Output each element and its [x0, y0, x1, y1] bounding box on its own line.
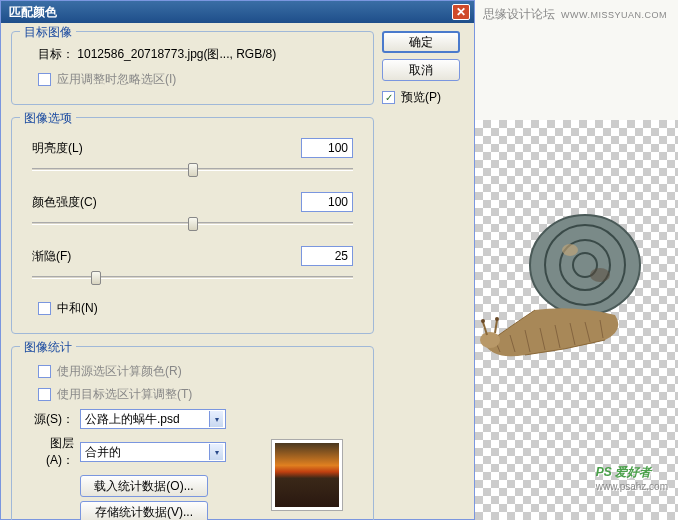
use-target-selection-label: 使用目标选区计算调整(T)	[57, 386, 192, 403]
source-thumbnail	[271, 439, 343, 511]
color-intensity-label: 颜色强度(C)	[32, 194, 97, 211]
match-color-dialog: 匹配颜色 ✕ 目标图像 目标： 1012586_20718773.jpg(图..…	[0, 0, 475, 520]
target-image-fieldset: 目标图像 目标： 1012586_20718773.jpg(图..., RGB/…	[11, 31, 374, 105]
right-column: 确定 取消 ✓ 预览(P)	[374, 31, 464, 520]
source-value: 公路上的蜗牛.psd	[85, 411, 180, 428]
svg-line-13	[495, 320, 497, 333]
svg-point-15	[495, 317, 499, 321]
slider-thumb[interactable]	[91, 271, 101, 285]
svg-point-0	[530, 215, 640, 315]
image-stats-fieldset: 图像统计 使用源选区计算颜色(R) 使用目标选区计算调整(T) 源(S)：	[11, 346, 374, 520]
neutralize-row[interactable]: 中和(N)	[38, 300, 361, 317]
snail-image	[475, 180, 655, 380]
layer-select[interactable]: 合并的 ▾	[80, 442, 226, 462]
ok-button[interactable]: 确定	[382, 31, 460, 53]
titlebar[interactable]: 匹配颜色 ✕	[1, 1, 474, 23]
svg-point-14	[481, 319, 485, 323]
target-image-legend: 目标图像	[20, 24, 76, 41]
target-line: 目标： 1012586_20718773.jpg(图..., RGB/8)	[38, 46, 361, 63]
close-button[interactable]: ✕	[452, 4, 470, 20]
fade-slider[interactable]	[32, 270, 353, 286]
image-stats-legend: 图像统计	[20, 339, 76, 356]
watermark-bottom-url: www.psahz.com	[596, 481, 668, 492]
luminance-group: 明亮度(L)	[32, 138, 353, 178]
preview-label: 预览(P)	[401, 89, 441, 106]
save-stats-button[interactable]: 存储统计数据(V)...	[80, 501, 208, 520]
dialog-title: 匹配颜色	[5, 4, 57, 21]
svg-line-12	[483, 322, 487, 335]
ignore-selection-row: 应用调整时忽略选区(I)	[38, 71, 361, 88]
luminance-slider[interactable]	[32, 162, 353, 178]
chevron-down-icon: ▾	[209, 444, 223, 460]
thumbnail-image	[275, 443, 339, 507]
ignore-selection-checkbox	[38, 73, 51, 86]
fade-input[interactable]	[301, 246, 353, 266]
slider-thumb[interactable]	[188, 163, 198, 177]
color-intensity-slider[interactable]	[32, 216, 353, 232]
canvas-transparent-area: PS 爱好者 www.psahz.com	[475, 120, 678, 520]
watermark-top-text: 思缘设计论坛	[483, 6, 555, 23]
luminance-label: 明亮度(L)	[32, 140, 83, 157]
use-source-selection-checkbox	[38, 365, 51, 378]
dialog-content: 目标图像 目标： 1012586_20718773.jpg(图..., RGB/…	[1, 23, 474, 520]
source-row: 源(S)： 公路上的蜗牛.psd ▾	[24, 409, 361, 429]
layer-label: 图层(A)：	[24, 435, 74, 469]
svg-point-1	[562, 244, 578, 256]
watermark-brand: PS 爱好者	[596, 465, 651, 479]
target-label: 目标：	[38, 47, 74, 61]
watermark-top-url: WWW.MISSYUAN.COM	[561, 10, 667, 20]
use-source-selection-row: 使用源选区计算颜色(R)	[38, 363, 361, 380]
source-label: 源(S)：	[24, 411, 74, 428]
svg-point-2	[590, 268, 610, 282]
image-options-fieldset: 图像选项 明亮度(L) 颜色强度(C)	[11, 117, 374, 334]
watermark-bottom: PS 爱好者 www.psahz.com	[596, 460, 668, 492]
slider-track	[32, 276, 353, 279]
ignore-selection-label: 应用调整时忽略选区(I)	[57, 71, 176, 88]
left-column: 目标图像 目标： 1012586_20718773.jpg(图..., RGB/…	[11, 31, 374, 520]
preview-checkbox[interactable]: ✓	[382, 91, 395, 104]
preview-row[interactable]: ✓ 预览(P)	[382, 89, 464, 106]
close-icon: ✕	[456, 5, 466, 19]
load-stats-button[interactable]: 载入统计数据(O)...	[80, 475, 208, 497]
target-value: 1012586_20718773.jpg(图..., RGB/8)	[77, 47, 276, 61]
color-intensity-input[interactable]	[301, 192, 353, 212]
color-intensity-group: 颜色强度(C)	[32, 192, 353, 232]
layer-value: 合并的	[85, 444, 121, 461]
neutralize-label: 中和(N)	[57, 300, 98, 317]
chevron-down-icon: ▾	[209, 411, 223, 427]
use-target-selection-checkbox	[38, 388, 51, 401]
slider-thumb[interactable]	[188, 217, 198, 231]
use-target-selection-row: 使用目标选区计算调整(T)	[38, 386, 361, 403]
background-panel: 思缘设计论坛 WWW.MISSYUAN.COM PS 爱好者	[475, 0, 678, 520]
fade-group: 渐隐(F)	[32, 246, 353, 286]
watermark-top: 思缘设计论坛 WWW.MISSYUAN.COM	[483, 6, 667, 23]
fade-label: 渐隐(F)	[32, 248, 71, 265]
svg-point-11	[480, 332, 500, 348]
source-select[interactable]: 公路上的蜗牛.psd ▾	[80, 409, 226, 429]
neutralize-checkbox[interactable]	[38, 302, 51, 315]
use-source-selection-label: 使用源选区计算颜色(R)	[57, 363, 182, 380]
cancel-button[interactable]: 取消	[382, 59, 460, 81]
image-options-legend: 图像选项	[20, 110, 76, 127]
luminance-input[interactable]	[301, 138, 353, 158]
